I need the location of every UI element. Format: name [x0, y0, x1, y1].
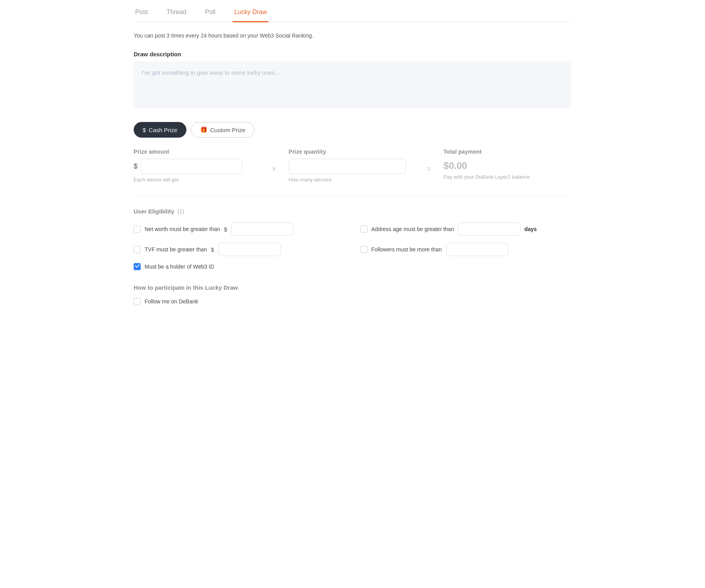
- followers-label: Followers must be more than: [371, 246, 442, 253]
- eligibility-grid: Net worth must be greater than $ Address…: [134, 222, 571, 256]
- gift-icon: 🎁: [200, 126, 208, 133]
- dollar-icon: $: [143, 127, 146, 133]
- prize-quantity-label: Prize quantity: [289, 149, 422, 155]
- total-payment-label: Total payment: [444, 149, 561, 155]
- net-worth-label: Net worth must be greater than: [145, 226, 220, 232]
- custom-prize-button[interactable]: 🎁 Custom Prize: [191, 122, 254, 138]
- followers-row: Followers must be more than: [360, 243, 571, 256]
- prize-quantity-sublabel: How many winners: [289, 177, 422, 183]
- tab-thread[interactable]: Thread: [165, 4, 188, 22]
- address-age-row: Address age must be greater than days: [360, 222, 571, 236]
- tvf-input[interactable]: [218, 243, 281, 256]
- tvf-prefix: $: [211, 246, 214, 253]
- info-text: You can post 3 times every 24 hours base…: [134, 32, 571, 40]
- web3-id-checkbox[interactable]: [134, 263, 141, 270]
- draw-description-label: Draw description: [134, 51, 571, 57]
- user-eligibility-section: User Eligibility (1) Net worth must be g…: [134, 208, 571, 270]
- followers-input[interactable]: [446, 243, 508, 256]
- cash-prize-button[interactable]: $ Cash Prize: [134, 122, 186, 138]
- address-age-input[interactable]: [458, 222, 521, 236]
- web3-id-label: Must be a holder of Web3 ID: [145, 264, 214, 270]
- prize-type-row: $ Cash Prize 🎁 Custom Prize: [134, 122, 571, 138]
- follow-option-row: Follow me on DeBank: [134, 298, 571, 305]
- follow-label: Follow me on DeBank: [145, 298, 198, 305]
- eligibility-count: (1): [177, 208, 184, 215]
- prize-amount-input-row: $: [134, 159, 267, 174]
- prize-quantity-input[interactable]: [289, 159, 406, 174]
- prize-amount-label: Prize amount: [134, 149, 267, 155]
- address-age-suffix: days: [524, 226, 537, 232]
- tab-poll[interactable]: Poll: [204, 4, 217, 22]
- net-worth-prefix: $: [224, 226, 227, 233]
- cash-prize-label: Cash Prize: [149, 127, 177, 133]
- eligibility-title: User Eligibility: [134, 208, 174, 215]
- follow-checkbox[interactable]: [134, 298, 141, 305]
- prize-amount-sublabel: Each winner will get: [134, 177, 267, 183]
- net-worth-row: Net worth must be greater than $: [134, 222, 345, 236]
- tab-post[interactable]: Post: [134, 4, 149, 22]
- prize-quantity-input-row: [289, 159, 422, 174]
- draw-description-input[interactable]: [134, 61, 571, 108]
- participate-section: How to participate in this Lucky Draw Fo…: [134, 284, 571, 305]
- equals-sign: =: [427, 165, 431, 173]
- prize-amount-input[interactable]: [141, 159, 242, 174]
- custom-prize-label: Custom Prize: [210, 127, 245, 133]
- multiply-sign: ×: [272, 165, 276, 173]
- net-worth-checkbox[interactable]: [134, 226, 141, 233]
- prize-quantity-group: Prize quantity How many winners: [289, 149, 422, 183]
- tvf-row: TVF must be greater than $: [134, 243, 345, 256]
- tabs-bar: Post Thread Poll Lucky Draw: [134, 0, 571, 22]
- total-payment-sublabel: Pay with your DeBank Layer2 balance: [444, 174, 561, 180]
- address-age-label: Address age must be greater than: [371, 226, 454, 232]
- eligibility-header: User Eligibility (1): [134, 208, 571, 215]
- prize-amount-group: Prize amount $ Each winner will get: [134, 149, 267, 183]
- tvf-label: TVF must be greater than: [145, 246, 207, 253]
- tab-lucky-draw[interactable]: Lucky Draw: [233, 4, 268, 22]
- total-payment-value: $0.00: [444, 160, 561, 171]
- followers-checkbox[interactable]: [360, 246, 367, 253]
- section-divider-1: [134, 195, 571, 195]
- participate-title: How to participate in this Lucky Draw: [134, 284, 571, 291]
- web3-id-row: Must be a holder of Web3 ID: [134, 263, 571, 270]
- prize-amount-prefix: $: [134, 162, 138, 170]
- address-age-checkbox[interactable]: [360, 226, 367, 233]
- total-payment-group: Total payment $0.00 Pay with your DeBank…: [444, 149, 561, 180]
- tvf-checkbox[interactable]: [134, 246, 141, 253]
- net-worth-input[interactable]: [231, 222, 293, 236]
- prize-fields-row: Prize amount $ Each winner will get × Pr…: [134, 149, 571, 183]
